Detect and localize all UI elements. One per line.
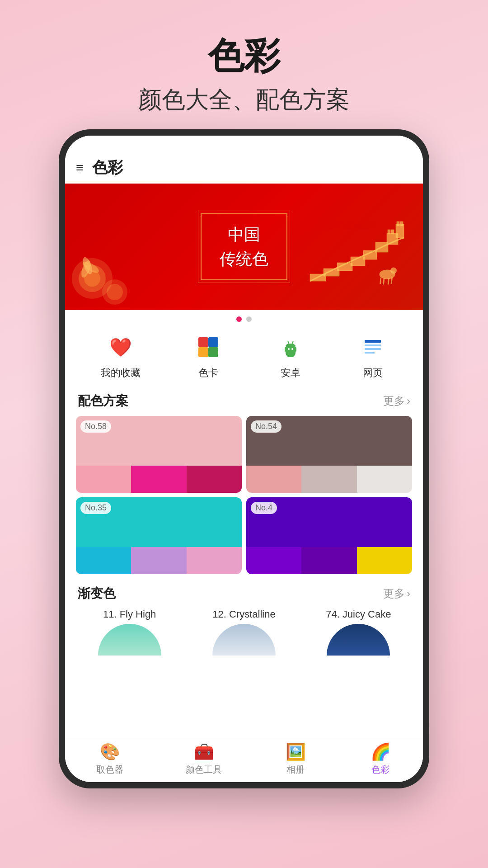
banner: 中国 传统色 bbox=[65, 184, 423, 310]
badge-4: No.4 bbox=[251, 502, 277, 514]
svg-point-36 bbox=[288, 348, 290, 350]
nav-label-android: 安卓 bbox=[281, 366, 300, 380]
gradient-circle-crystalline bbox=[212, 624, 276, 656]
fireworks-left-icon bbox=[65, 220, 155, 310]
svg-rect-31 bbox=[286, 346, 296, 354]
bottom-nav-label-album: 相册 bbox=[286, 764, 305, 776]
color-picker-icon: 🎨 bbox=[99, 743, 121, 761]
svg-rect-41 bbox=[365, 352, 375, 354]
svg-rect-39 bbox=[365, 344, 381, 346]
section-title-gradient: 渐变色 bbox=[78, 585, 116, 602]
svg-rect-28 bbox=[198, 347, 208, 357]
scheme-card-35[interactable]: No.35 bbox=[76, 497, 242, 574]
gradient-title-fly-high: 11. Fly High bbox=[103, 609, 156, 620]
nav-label-favorites: 我的收藏 bbox=[101, 366, 141, 380]
svg-line-24 bbox=[388, 278, 389, 284]
banner-line2: 传统色 bbox=[220, 247, 268, 271]
gradient-card-juicy-cake[interactable]: 74. Juicy Cake bbox=[305, 609, 412, 656]
gradient-card-crystalline[interactable]: 12. Crystalline bbox=[190, 609, 297, 656]
svg-line-25 bbox=[391, 278, 392, 284]
section-header-schemes: 配色方案 更多 › bbox=[65, 389, 423, 416]
bottom-nav-album[interactable]: 🖼️ 相册 bbox=[284, 743, 307, 776]
bottom-nav-label-picker: 取色器 bbox=[96, 764, 123, 776]
dot-1[interactable] bbox=[236, 316, 242, 322]
svg-point-4 bbox=[107, 284, 123, 300]
bottom-nav-label-tools: 颜色工具 bbox=[186, 764, 222, 776]
app-header-title: 色彩 bbox=[92, 157, 123, 178]
nav-item-favorites[interactable]: ❤️ 我的收藏 bbox=[101, 333, 141, 380]
scheme-card-54[interactable]: No.54 bbox=[246, 416, 412, 493]
svg-rect-40 bbox=[365, 348, 381, 350]
svg-rect-18 bbox=[388, 230, 390, 234]
badge-35: No.35 bbox=[80, 502, 111, 514]
bottom-nav-color-picker[interactable]: 🎨 取色器 bbox=[96, 743, 123, 776]
scheme-card-58[interactable]: No.58 bbox=[76, 416, 242, 493]
scheme-card-4[interactable]: No.4 bbox=[246, 497, 412, 574]
nav-item-android[interactable]: 安卓 bbox=[276, 333, 305, 380]
bottom-nav: 🎨 取色器 🧰 颜色工具 🖼️ 相册 🌈 色彩 bbox=[65, 738, 423, 782]
phone-screen: ≡ 色彩 中国 传统色 bbox=[65, 136, 423, 782]
status-bar bbox=[65, 136, 423, 152]
app-header: ≡ 色彩 bbox=[65, 152, 423, 184]
chevron-right-icon2: › bbox=[407, 587, 410, 600]
nav-item-color-card[interactable]: 色卡 bbox=[194, 333, 223, 380]
bottom-nav-label-color: 色彩 bbox=[371, 764, 389, 776]
badge-58: No.58 bbox=[80, 420, 111, 433]
phone-wrapper: ≡ 色彩 中国 传统色 bbox=[59, 129, 429, 788]
color-card-icon bbox=[194, 333, 223, 362]
android-icon bbox=[276, 333, 305, 362]
nav-label-color-card: 色卡 bbox=[198, 366, 218, 380]
more-schemes-button[interactable]: 更多 › bbox=[383, 394, 410, 408]
color-tools-icon: 🧰 bbox=[192, 743, 215, 761]
svg-point-37 bbox=[291, 348, 293, 350]
gradient-items: 11. Fly High 12. Crystalline 74. Juicy C… bbox=[65, 609, 423, 656]
bottom-nav-color-tools[interactable]: 🧰 颜色工具 bbox=[186, 743, 222, 776]
svg-rect-16 bbox=[397, 222, 399, 226]
color-main-icon: 🌈 bbox=[369, 743, 392, 761]
svg-point-21 bbox=[390, 268, 397, 274]
svg-rect-26 bbox=[198, 337, 208, 347]
bottom-nav-color[interactable]: 🌈 色彩 bbox=[369, 743, 392, 776]
svg-rect-19 bbox=[391, 230, 394, 234]
quick-nav: ❤️ 我的收藏 色卡 bbox=[65, 328, 423, 389]
banner-text-box: 中国 传统色 bbox=[201, 213, 287, 280]
banner-line1: 中国 bbox=[220, 222, 268, 247]
svg-rect-38 bbox=[365, 340, 381, 343]
gradient-circle-fly-high bbox=[98, 624, 161, 656]
svg-rect-29 bbox=[208, 347, 218, 357]
more-gradient-button[interactable]: 更多 › bbox=[383, 586, 410, 601]
section-header-gradient: 渐变色 更多 › bbox=[65, 581, 423, 609]
heart-icon: ❤️ bbox=[106, 333, 135, 362]
svg-line-23 bbox=[384, 278, 384, 284]
gradient-card-fly-high[interactable]: 11. Fly High bbox=[76, 609, 183, 656]
web-icon bbox=[358, 333, 387, 362]
gradient-title-crystalline: 12. Crystalline bbox=[212, 609, 275, 620]
color-schemes-grid: No.58 No.54 No.35 bbox=[65, 416, 423, 574]
banner-dots bbox=[65, 310, 423, 328]
page-title: 色彩 bbox=[138, 36, 350, 76]
dot-2[interactable] bbox=[246, 316, 252, 322]
svg-rect-33 bbox=[295, 347, 296, 352]
nav-label-web: 网页 bbox=[363, 366, 383, 380]
svg-rect-17 bbox=[400, 222, 403, 226]
gradient-title-juicy-cake: 74. Juicy Cake bbox=[326, 609, 391, 620]
svg-line-22 bbox=[380, 278, 381, 284]
hamburger-icon[interactable]: ≡ bbox=[76, 160, 83, 175]
page-subtitle: 颜色大全、配色方案 bbox=[138, 84, 350, 116]
badge-54: No.54 bbox=[251, 420, 282, 433]
gradient-circle-juicy-cake bbox=[327, 624, 390, 656]
nav-item-web[interactable]: 网页 bbox=[358, 333, 387, 380]
great-wall-icon bbox=[305, 220, 423, 310]
section-title-schemes: 配色方案 bbox=[78, 392, 128, 410]
album-icon: 🖼️ bbox=[284, 743, 307, 761]
chevron-right-icon: › bbox=[407, 395, 410, 407]
gradient-section: 渐变色 更多 › 11. Fly High 12. Crystalline bbox=[65, 581, 423, 656]
page-header: 色彩 颜色大全、配色方案 bbox=[138, 0, 350, 116]
svg-rect-32 bbox=[285, 347, 286, 352]
svg-rect-27 bbox=[208, 337, 218, 347]
